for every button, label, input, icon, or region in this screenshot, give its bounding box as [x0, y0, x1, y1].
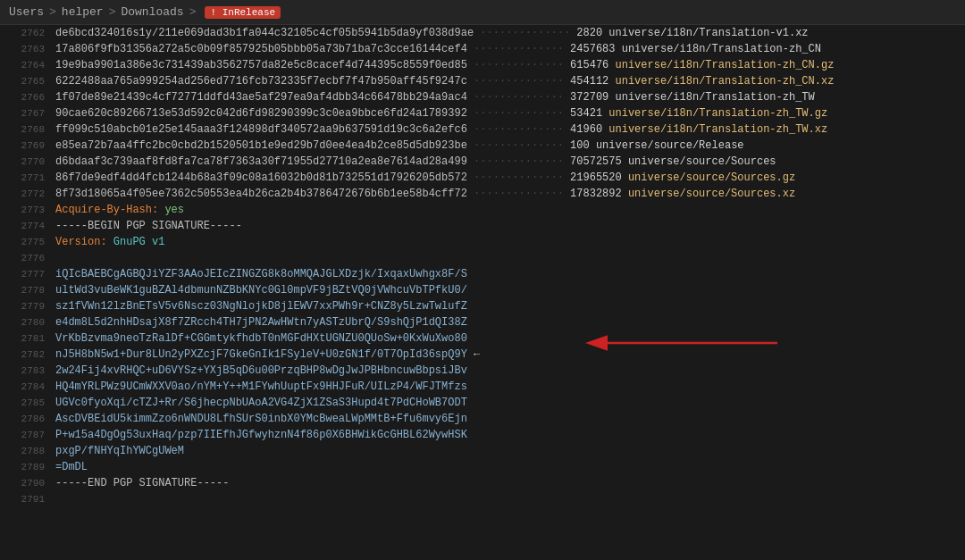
lines-container: 2762de6bcd324016s1y/211e069dad3b1fa044c3… [0, 25, 965, 507]
line-row: 27832w24Fij4xvRHQC+uD6VYSz+YXjB5qD6u00Pr… [0, 363, 965, 379]
line-row: 2791 [0, 491, 965, 507]
line-text: nJ5H8bN5w1+Dur8LUn2yPXZcjF7GkeGnIk1FSyle… [55, 347, 958, 363]
line-text: AscDVBEidU5kimmZzo6nWNDU8LfhSUrS0inbX0YM… [55, 411, 958, 427]
text-segment: 8f73d18065a4f05ee7362c50553ea4b26ca2b4b3… [55, 188, 467, 200]
line-row: 27656222488aa765a999254ad256ed7716fcb732… [0, 73, 965, 89]
line-row: 2770d6bdaaf3c739aaf8fd8fa7ca78f7363a30f7… [0, 154, 965, 170]
text-segment: universe/i18n/Translation-zh_CN.xz [608, 75, 834, 88]
line-number: 2765 [7, 73, 45, 89]
text-segment: nJ5H8bN5w1+Dur8LUn2yPXZcjF7GkeGnIk1FSyle… [55, 348, 467, 361]
line-text: VrKbBzvma9neoTzRalDf+CGGmtykfhdbT0nMGFdH… [55, 330, 958, 347]
line-text: ff099c510abcb01e25e145aaa3f124898df34057… [55, 121, 958, 138]
line-number: 2764 [7, 57, 45, 73]
text-segment: 100 [570, 139, 590, 152]
text-segment: ·············· [467, 59, 570, 71]
line-number: 2775 [7, 234, 45, 250]
line-row: 2789=DmDL [0, 459, 965, 475]
line-row: 2777iQIcBAEBCgAGBQJiYZF3AAoJEIcZINGZG8k8… [0, 266, 965, 282]
text-segment: -----BEGIN PGP SIGNATURE----- [55, 220, 242, 232]
text-segment: 19e9ba9901a386e3c731439ab3562757da82e5c8… [55, 59, 467, 71]
line-number: 2784 [7, 379, 45, 395]
line-text: 86f7de9edf4dd4fcb1244b68a3f09c08a16032b0… [55, 170, 958, 186]
line-number: 2773 [7, 202, 45, 218]
line-row: 2780e4dm8L5d2nhHDsajX8f7ZRcch4TH7jPN2AwH… [0, 314, 965, 330]
line-text: 17a806f9fb31356a272a5c0b09f857925b05bbb0… [55, 41, 958, 57]
breadcrumb-downloads[interactable]: Downloads [121, 5, 183, 19]
text-segment: HQ4mYRLPWz9UCmWXXV0ao/nYM+Y++M1FYwhUuptF… [55, 380, 467, 393]
line-text: ultWd3vuBeWK1guBZAl4dbmunNZBbKNYc0Gl0mpV… [55, 282, 958, 298]
line-row: 276419e9ba9901a386e3c731439ab3562757da82… [0, 57, 965, 73]
sep3: > [189, 5, 197, 19]
breadcrumb-helper[interactable]: helper [62, 5, 104, 19]
line-row: 2786AscDVBEidU5kimmZzo6nWNDU8LfhSUrS0inb… [0, 411, 965, 427]
line-row: 2781VrKbBzvma9neoTzRalDf+CGGmtykfhdbT0nM… [0, 330, 965, 347]
text-segment: -----END PGP SIGNATURE----- [55, 477, 229, 489]
sep2: > [109, 5, 116, 19]
text-segment: 454112 [570, 75, 608, 88]
line-row: 2775Version: GnuPG v1 [0, 234, 965, 250]
line-number: 2786 [7, 411, 45, 427]
line-row: 2768ff099c510abcb01e25e145aaa3f124898df3… [0, 121, 965, 138]
text-segment: 2w24Fij4xvRHQC+uD6VYSz+YXjB5qD6u00PrzqBH… [55, 364, 467, 377]
text-segment: ·············· [467, 139, 570, 152]
line-text: d6bdaaf3c739aaf8fd8fa7ca78f7363a30f71955… [55, 154, 958, 170]
text-segment: VrKbBzvma9neoTzRalDf+CGGmtykfhdbT0nMGFdH… [55, 332, 467, 345]
line-text: -----END PGP SIGNATURE----- [55, 475, 958, 491]
line-text: 6222488aa765a999254ad256ed7716fcb732335f… [55, 73, 958, 89]
text-segment: universe/source/Sources.gz [622, 171, 795, 184]
line-row: 2779sz1fVWn12lzBnETsV5v6Nscz03NgNlojkD8j… [0, 298, 965, 314]
line-row: 277186f7de9edf4dd4fcb1244b68a3f09c08a160… [0, 170, 965, 186]
line-number: 2781 [7, 330, 45, 347]
text-segment: sz1fVWn12lzBnETsV5v6Nscz03NgNlojkD8jlEWV… [55, 300, 467, 313]
text-segment: 90cae620c89266713e53d592c042d6fd98290399… [55, 107, 467, 120]
text-segment: universe/i18n/Translation-zh_TW.gz [602, 107, 827, 120]
text-segment: universe/source/Sources.xz [622, 188, 795, 200]
line-row: 27728f73d18065a4f05ee7362c50553ea4b26ca2… [0, 186, 965, 202]
line-text: 8f73d18065a4f05ee7362c50553ea4b26ca2b4b3… [55, 186, 958, 202]
line-text: Version: GnuPG v1 [55, 234, 958, 250]
text-segment: ·············· [467, 188, 570, 200]
line-row: 276317a806f9fb31356a272a5c0b09f857925b05… [0, 41, 965, 57]
line-row: 2776 [0, 250, 965, 266]
text-segment: 615476 [570, 59, 608, 71]
text-segment: d6bdaaf3c739aaf8fd8fa7ca78f7363a30f71955… [55, 155, 467, 168]
line-text: sz1fVWn12lzBnETsV5v6Nscz03NgNlojkD8jlEWV… [55, 298, 958, 314]
text-segment: 2457683 [570, 43, 615, 55]
line-text: P+w15a4DgOg53uxHaq/pzp7IIEfhJGfwyhznN4f8… [55, 427, 958, 443]
line-number: 2766 [7, 89, 45, 105]
text-segment: 1f07de89e21439c4cf72771ddfd43ae5af297ea9… [55, 91, 467, 104]
line-text: -----BEGIN PGP SIGNATURE----- [55, 218, 958, 234]
text-segment: ·············· [467, 155, 570, 168]
text-segment: 6222488aa765a999254ad256ed7716fcb732335f… [55, 75, 467, 88]
line-row: 2788pxgP/fNHYqIhYWCgUWeM [0, 443, 965, 459]
line-number: 2780 [7, 314, 45, 330]
line-number: 2791 [7, 491, 45, 507]
text-segment: 2820 [576, 27, 602, 39]
text-segment: de6bcd324016s1y/211e069dad3b1fa044c32105… [55, 27, 474, 39]
breadcrumb-users[interactable]: Users [9, 5, 44, 19]
line-number: 2774 [7, 218, 45, 234]
text-segment: Acquire-By-Hash: [55, 204, 164, 216]
line-number: 2763 [7, 41, 45, 57]
line-row: 2782nJ5H8bN5w1+Dur8LUn2yPXZcjF7GkeGnIk1F… [0, 347, 965, 363]
line-text: 1f07de89e21439c4cf72771ddfd43ae5af297ea9… [55, 89, 958, 105]
text-segment: pxgP/fNHYqIhYWCgUWeM [55, 445, 184, 457]
line-text: pxgP/fNHYqIhYWCgUWeM [55, 443, 958, 459]
line-number: 2787 [7, 427, 45, 443]
text-segment: ·············· [467, 43, 570, 55]
line-text: 90cae620c89266713e53d592c042d6fd98290399… [55, 105, 958, 121]
text-segment: Version: [55, 236, 113, 248]
line-text: Acquire-By-Hash: yes [55, 202, 958, 218]
line-row: 2784HQ4mYRLPWz9UCmWXXV0ao/nYM+Y++M1FYwhU… [0, 379, 965, 395]
line-row: 27661f07de89e21439c4cf72771ddfd43ae5af29… [0, 89, 965, 105]
line-number: 2789 [7, 459, 45, 475]
text-segment: ·············· [467, 123, 570, 136]
line-text: =DmDL [55, 459, 958, 475]
line-number: 2769 [7, 138, 45, 154]
line-row: 2769e85ea72b7aa4ffc2bc0cbd2b1520501b1e9e… [0, 138, 965, 154]
text-segment: yes [164, 204, 184, 216]
line-number: 2779 [7, 298, 45, 314]
text-segment: 53421 [570, 107, 602, 120]
text-segment: e85ea72b7aa4ffc2bc0cbd2b1520501b1e9ed29b… [55, 139, 467, 152]
line-number: 2772 [7, 186, 45, 202]
